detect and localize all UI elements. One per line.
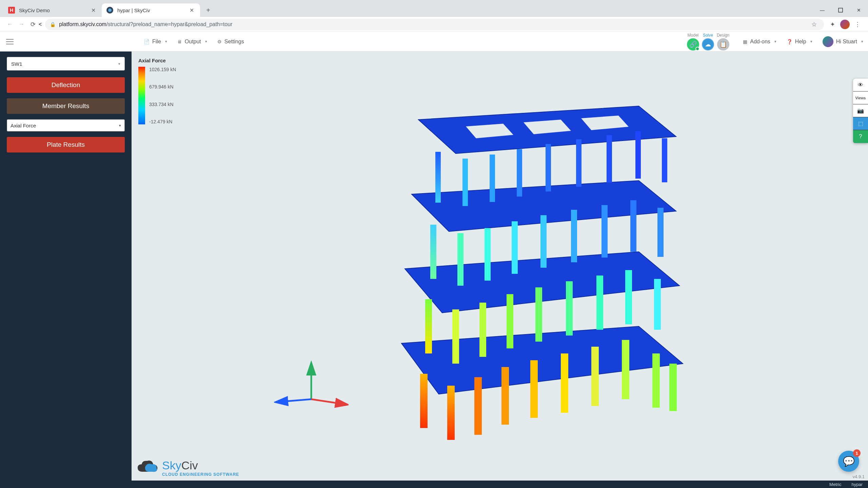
tips-button[interactable]: ? [853,130,868,143]
solve-mode-button[interactable]: Solve ☁ [702,33,714,50]
force-type-select[interactable]: Axial Force ▾ [7,119,125,131]
legend-value: -12.479 kN [149,119,176,124]
gear-icon: ⚙ [217,39,222,44]
menu-label: Output [185,39,201,45]
select-value: Axial Force [11,123,36,128]
member-results-button[interactable]: Member Results [7,98,125,114]
legend-value: 333.734 kN [149,102,176,107]
gradient-bar [138,67,145,124]
svg-rect-30 [512,221,518,274]
design-icon: 📋 [717,38,729,50]
views-label: Views [855,96,866,100]
reload-button[interactable]: ⟳ [27,19,39,30]
mode-label: Solve [703,33,713,38]
url-input[interactable]: 🔒 platform.skyciv.com/structural?preload… [45,19,824,30]
hamburger-menu[interactable] [5,37,15,47]
browser-tab-strip: H SkyCiv Demo ✕ hypar | SkyCiv ✕ + — ✕ [0,0,868,17]
visibility-button[interactable]: 👁 [853,79,868,92]
minimize-button[interactable]: — [813,3,831,17]
browser-menu-icon[interactable]: ⋮ [852,19,863,29]
svg-rect-42 [607,135,612,183]
svg-line-46 [311,399,345,404]
help-menu[interactable]: ❓ Help ▾ [787,39,812,45]
plate-results-button[interactable]: Plate Results [7,137,125,152]
svg-rect-10 [474,377,482,435]
forward-button[interactable]: → [16,19,27,30]
view-toolbar: 👁 Views 📷 ⬚ ? [853,79,868,143]
skyciv-favicon [106,7,113,14]
addons-menu[interactable]: ▦ Add-ons ▾ [743,39,776,45]
browser-tab-1[interactable]: H SkyCiv Demo ✕ [3,3,102,17]
url-path: /structural?preload_name=hypar&preload_p… [106,21,233,27]
svg-rect-41 [576,139,581,187]
hypar-favicon: H [8,7,15,14]
svg-rect-16 [652,353,660,408]
browser-profile-avatar[interactable] [840,20,850,29]
svg-rect-25 [625,270,632,324]
menu-label: Add-ons [750,39,770,45]
mode-label: Model [688,33,699,38]
close-icon[interactable]: ✕ [90,7,97,14]
settings-menu[interactable]: ⚙ Settings [217,39,244,45]
svg-rect-24 [596,276,603,330]
menu-label: File [152,39,161,45]
svg-rect-23 [566,281,573,336]
chat-badge: 1 [853,449,861,457]
close-window-button[interactable]: ✕ [850,3,868,17]
svg-rect-37 [462,159,468,206]
svg-rect-11 [501,367,509,425]
design-mode-button[interactable]: Design 📋 [717,33,729,50]
button-label: Plate Results [47,141,85,148]
structure-render [296,72,703,445]
deflection-button[interactable]: Deflection [7,77,125,93]
svg-rect-13 [561,353,568,413]
svg-rect-28 [457,233,463,286]
menu-label: Settings [224,39,244,45]
3d-viewport[interactable]: Axial Force 1026.159 kN 679.946 kN 333.7… [132,52,868,481]
legend-value: 1026.159 kN [149,67,176,72]
user-menu[interactable]: Hi Stuart ▾ [823,36,863,47]
close-icon[interactable]: ✕ [188,7,195,14]
model-icon: 🔗 [687,38,699,50]
lock-icon: 🔒 [50,22,56,27]
question-icon: ? [859,134,862,140]
file-menu[interactable]: 📄 File ▾ [144,39,167,45]
screenshot-button[interactable]: 📷 [853,104,868,117]
new-tab-button[interactable]: + [202,4,214,16]
button-label: Member Results [42,102,89,110]
app-toolbar: 📄 File ▾ 🖥 Output ▾ ⚙ Settings Model 🔗 S… [0,32,868,52]
status-units[interactable]: Metric [829,482,841,487]
status-model[interactable]: hypar [851,482,863,487]
tab-title: hypar | SkyCiv [117,7,188,13]
chat-launcher[interactable]: 💬 1 [838,451,859,472]
svg-rect-29 [485,228,491,281]
svg-rect-43 [635,131,641,179]
output-menu[interactable]: 🖥 Output ▾ [177,39,207,45]
3d-toggle-button[interactable]: ⬚ [853,117,868,130]
menu-label: Help [795,39,806,45]
back-button[interactable]: ← [4,19,16,30]
load-case-select[interactable]: SW1 ▾ [7,57,125,70]
file-icon: 📄 [144,39,150,44]
chevron-down-icon: ▾ [118,62,120,66]
views-button[interactable]: Views [853,92,868,104]
star-icon[interactable]: ☆ [809,19,819,29]
svg-rect-31 [540,215,547,268]
legend-title: Axial Force [138,58,176,63]
chevron-down-icon: ▾ [205,39,207,44]
monitor-icon: 🖥 [177,39,182,44]
chevron-down-icon: ▾ [165,39,167,44]
model-mode-button[interactable]: Model 🔗 [687,33,699,50]
browser-tab-2[interactable]: hypar | SkyCiv ✕ [102,3,200,17]
extensions-icon[interactable]: ✦ [827,19,837,29]
svg-rect-38 [490,155,495,202]
svg-rect-19 [452,309,459,364]
skyciv-logo: SkyCiv CLOUD ENGINEERING SOFTWARE [136,458,239,478]
grid-icon: ▦ [743,39,747,44]
maximize-button[interactable] [831,3,850,17]
chevron-down-icon: ▾ [774,39,776,44]
svg-rect-22 [535,287,542,342]
svg-rect-34 [630,200,636,252]
status-bar: Metric hypar [0,481,868,488]
button-label: Deflection [52,81,80,89]
